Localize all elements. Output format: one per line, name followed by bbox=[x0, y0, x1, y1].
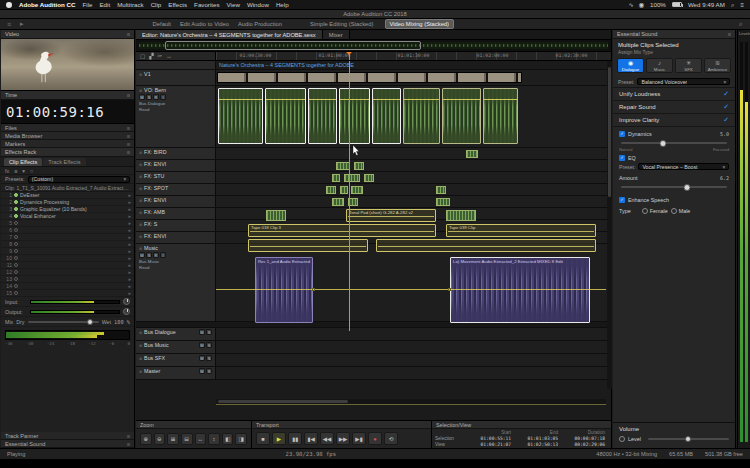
view-start[interactable]: 01:00:21:07 bbox=[467, 442, 514, 448]
session-overview-strip[interactable] bbox=[136, 40, 611, 52]
fx-track-lane[interactable] bbox=[216, 232, 612, 243]
repair-sound-section[interactable]: Repair Sound ✓ bbox=[613, 100, 735, 113]
mix-slider-handle[interactable] bbox=[87, 319, 93, 325]
transport-button[interactable]: ▮◀ bbox=[304, 432, 318, 445]
chevron-right-icon[interactable]: ▸ bbox=[128, 213, 131, 219]
bus-track-header[interactable]: ≡Bus MusicMS bbox=[136, 341, 216, 353]
chevron-right-icon[interactable]: ▸ bbox=[128, 269, 131, 275]
menu-item[interactable]: Clip bbox=[151, 1, 162, 8]
mix-type-button[interactable]: ✳SFX bbox=[675, 58, 702, 73]
workspace-preset[interactable]: Edit Audio to Video bbox=[180, 21, 229, 27]
chevron-right-icon[interactable]: ▸ bbox=[128, 227, 131, 233]
effects-tool-icon[interactable]: fx bbox=[5, 168, 9, 174]
collapsed-panel-tab[interactable]: Track Panner≡ bbox=[1, 432, 134, 440]
workspace-preset[interactable]: Default bbox=[153, 21, 171, 27]
selection-view-header[interactable]: Selection/View bbox=[432, 421, 611, 429]
collapsed-panel-tab[interactable]: Essential Sound≡ bbox=[1, 440, 134, 448]
menu-item[interactable]: File bbox=[82, 1, 92, 8]
workspace-stacked-button[interactable]: Video Mixing (Stacked) bbox=[385, 19, 455, 29]
collapsed-panel-tab[interactable]: Media Browser≡ bbox=[1, 132, 134, 140]
track-toggle-button[interactable]: S bbox=[146, 94, 152, 100]
track-toggle-button[interactable]: R bbox=[153, 252, 159, 258]
view-end[interactable]: 01:02:50:13 bbox=[514, 442, 561, 448]
chevron-right-icon[interactable]: ▸ bbox=[128, 248, 131, 254]
zoom-button[interactable]: ⊞ bbox=[167, 433, 179, 445]
panel-menu-icon[interactable]: ≡ bbox=[127, 141, 130, 147]
panel-grid-icon[interactable]: ≡ bbox=[7, 21, 11, 28]
panel-chevron-icon[interactable]: ▸ bbox=[20, 20, 24, 28]
effect-power-icon[interactable] bbox=[14, 214, 18, 218]
panel-menu-icon[interactable]: ≡ bbox=[127, 133, 130, 139]
dynamics-value[interactable]: 5.0 bbox=[720, 131, 729, 137]
track-toggle-button[interactable]: M bbox=[139, 252, 145, 258]
solo-button[interactable]: S bbox=[206, 355, 212, 361]
zoom-button[interactable]: ↔ bbox=[195, 433, 207, 445]
track-toggle-button[interactable]: I bbox=[160, 94, 166, 100]
chevron-right-icon[interactable]: ▸ bbox=[128, 290, 131, 296]
apple-menu-icon[interactable] bbox=[6, 2, 12, 8]
track-output[interactable]: Bus Dialogue bbox=[139, 101, 212, 106]
level-slider-handle[interactable] bbox=[685, 436, 691, 442]
effect-power-icon[interactable] bbox=[14, 249, 18, 253]
effects-slot[interactable]: 12▸ bbox=[1, 269, 134, 276]
mute-button[interactable]: M bbox=[199, 342, 205, 348]
effect-power-icon[interactable] bbox=[14, 291, 18, 295]
track-output[interactable]: Bus Music bbox=[139, 259, 212, 264]
effect-power-icon[interactable] bbox=[14, 221, 18, 225]
bus-track-lane[interactable] bbox=[216, 367, 612, 379]
level-slider[interactable] bbox=[648, 438, 729, 440]
track-toggle-button[interactable]: R bbox=[153, 94, 159, 100]
effect-power-icon[interactable] bbox=[14, 207, 18, 211]
bus-track-header[interactable]: ≡Bus DialogueMS bbox=[136, 328, 216, 340]
zoom-button[interactable]: ↕ bbox=[208, 433, 220, 445]
chevron-right-icon[interactable]: ▸ bbox=[128, 255, 131, 261]
bus-track-lane[interactable] bbox=[216, 354, 612, 366]
collapsed-panel-tab[interactable]: Files≡ bbox=[1, 124, 134, 132]
effects-slot[interactable]: 8▸ bbox=[1, 241, 134, 248]
fx-track-header[interactable]: ≡FX: SPOT bbox=[136, 184, 216, 195]
panel-menu-icon[interactable]: ≡ bbox=[127, 433, 130, 439]
amount-value[interactable]: 6.2 bbox=[720, 175, 729, 181]
effect-power-icon[interactable] bbox=[14, 242, 18, 246]
effect-power-icon[interactable] bbox=[14, 263, 18, 267]
music-track-header[interactable]: ≡Music MSRI Bus Music Read bbox=[136, 244, 216, 321]
collapsed-panel-tab[interactable]: Markers≡ bbox=[1, 140, 134, 148]
transport-button[interactable]: ▶▮ bbox=[352, 432, 366, 445]
track-automation-mode[interactable]: Read bbox=[139, 265, 212, 270]
video-panel-header[interactable]: Video ≡ bbox=[1, 30, 134, 39]
type-option[interactable]: Male bbox=[671, 208, 691, 214]
input-gain-knob[interactable] bbox=[123, 298, 130, 305]
chevron-right-icon[interactable]: ▸ bbox=[128, 220, 131, 226]
effects-tab[interactable]: Track Effects bbox=[43, 158, 85, 166]
transport-button[interactable]: ◀◀ bbox=[320, 432, 334, 445]
transport-button[interactable]: ⟲ bbox=[384, 432, 398, 445]
amount-slider[interactable] bbox=[621, 186, 727, 188]
slider-handle[interactable] bbox=[660, 140, 667, 147]
menu-item[interactable]: View bbox=[227, 1, 240, 8]
editor-tab[interactable]: Editor: Nature's Orchestra – 4 SEGMENTS … bbox=[136, 30, 323, 39]
fx-track-header[interactable]: ≡FX: STU bbox=[136, 172, 216, 183]
panel-menu-icon[interactable]: ≡ bbox=[127, 125, 130, 131]
effect-power-icon[interactable] bbox=[14, 256, 18, 260]
slider-handle[interactable] bbox=[683, 184, 690, 191]
bus-track-header[interactable]: ≡Bus SFXMS bbox=[136, 354, 216, 366]
effect-power-icon[interactable] bbox=[14, 193, 18, 197]
chevron-right-icon[interactable]: ▸ bbox=[128, 192, 131, 198]
fx-track-lane[interactable] bbox=[216, 208, 612, 219]
effect-power-icon[interactable] bbox=[14, 228, 18, 232]
dynamics-slider[interactable] bbox=[621, 142, 727, 144]
status-icon[interactable]: ◉ bbox=[639, 1, 644, 8]
editor-tool-icon[interactable]: ▞ bbox=[149, 53, 153, 59]
essential-sound-header[interactable]: Essential Sound ≡ bbox=[613, 30, 735, 39]
effects-slot[interactable]: 2Dynamics Processing▸ bbox=[1, 199, 134, 206]
fx-track-lane[interactable] bbox=[216, 172, 612, 183]
zoom-button[interactable]: ◨ bbox=[235, 433, 247, 445]
view-duration[interactable]: 00:02:29:06 bbox=[561, 442, 608, 448]
unify-loudness-section[interactable]: Unify Loudness ✓ bbox=[613, 87, 735, 100]
fx-track-lane[interactable] bbox=[216, 220, 612, 231]
dynamics-checkbox[interactable]: ✓ bbox=[619, 131, 625, 137]
zoom-button[interactable]: ⊖ bbox=[154, 433, 166, 445]
chevron-right-icon[interactable]: ▸ bbox=[128, 262, 131, 268]
zoom-button[interactable]: ⊟ bbox=[181, 433, 193, 445]
type-option[interactable]: Female bbox=[642, 208, 668, 214]
